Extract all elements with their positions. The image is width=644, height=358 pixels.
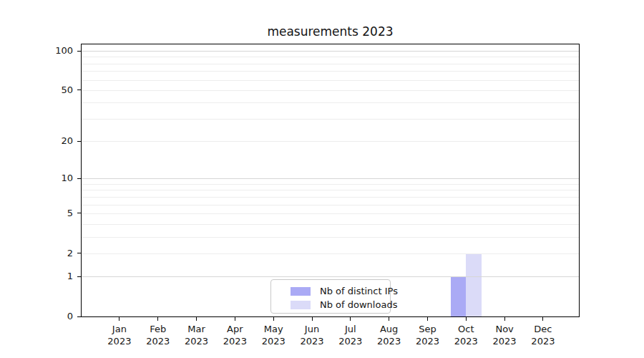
y-tickmark [77, 253, 81, 253]
gridline [82, 178, 579, 179]
x-tickmark [427, 317, 428, 321]
x-tickmark [466, 317, 467, 321]
y-tick-label: 20 [36, 135, 73, 147]
chart-title: measurements 2023 [81, 24, 580, 39]
legend-label-distinct-ips: Nb of distinct IPs [320, 286, 398, 296]
legend-label-downloads: Nb of downloads [320, 299, 397, 310]
gridline [82, 71, 579, 72]
legend-swatch-distinct-ips [291, 287, 311, 296]
gridline [82, 253, 579, 254]
y-tickmark [77, 51, 81, 52]
gridline [82, 205, 579, 205]
gridline [82, 57, 579, 57]
plot-area [81, 44, 580, 317]
y-tickmark [77, 90, 81, 90]
legend-swatch-downloads [291, 301, 311, 309]
gridline [82, 51, 579, 52]
x-tickmark [389, 317, 389, 321]
gridline [82, 141, 579, 142]
bar-distinct-ips-oct-2023 [451, 276, 467, 316]
y-tickmark [77, 141, 81, 142]
y-tick-label: 5 [36, 208, 73, 219]
legend: Nb of distinct IPs Nb of downloads [270, 279, 391, 314]
gridline [82, 276, 579, 277]
x-tickmark [119, 317, 119, 321]
y-tick-label: 0 [36, 311, 73, 322]
legend-item-distinct-ips: Nb of distinct IPs [271, 284, 390, 298]
y-tick-label: 50 [36, 84, 73, 96]
gridline [82, 224, 579, 225]
y-tickmark [77, 213, 81, 213]
gridline [82, 237, 579, 238]
gridline [82, 190, 579, 190]
y-tickmark [77, 316, 81, 317]
gridline [82, 102, 579, 103]
y-tickmark [77, 276, 81, 277]
x-tickmark [312, 317, 313, 321]
y-tick-label: 100 [36, 45, 73, 57]
gridline [82, 64, 579, 64]
gridline [82, 213, 579, 214]
gridline [82, 80, 579, 81]
gridline [82, 90, 579, 91]
x-tickmark [542, 317, 543, 321]
x-tickmark [157, 317, 158, 321]
x-tickmark [350, 317, 351, 321]
x-tickmark [235, 317, 235, 321]
y-tickmark [77, 178, 81, 179]
x-tickmark [273, 317, 274, 321]
gridline [82, 184, 579, 185]
gridline [82, 119, 579, 120]
x-tickmark [504, 317, 505, 321]
gridline [82, 197, 579, 198]
x-tickmark [196, 317, 197, 321]
y-tick-label: 10 [36, 173, 73, 184]
legend-item-downloads: Nb of downloads [271, 298, 390, 311]
bar-downloads-oct-2023 [466, 253, 482, 316]
y-tick-label: 2 [36, 248, 73, 259]
y-tick-label: 1 [36, 271, 73, 282]
x-tick-label: Dec2023 [520, 323, 566, 347]
figure: measurements 2023 0125102050100Jan2023Fe… [0, 0, 644, 358]
